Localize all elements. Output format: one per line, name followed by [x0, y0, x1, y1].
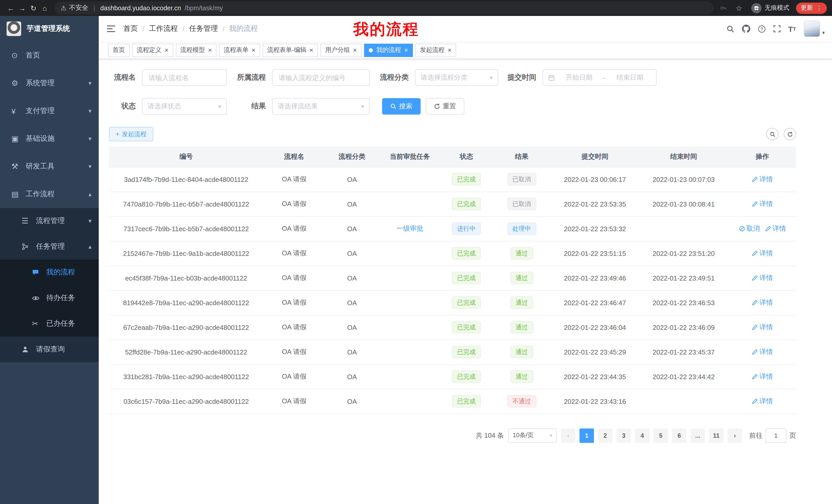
address-bar[interactable]: ⚠ 不安全 | dashboard.yudao.iocoder.cn /bpm/… — [54, 2, 714, 15]
cancel-button[interactable]: 取消 — [739, 224, 760, 233]
help-icon[interactable]: ? — [758, 25, 765, 33]
sidebar-item-3[interactable]: ▣基础设施▾ — [0, 125, 99, 152]
fullscreen-icon[interactable] — [773, 25, 780, 32]
sidebar-item-0[interactable]: ⊙首页 — [0, 41, 99, 69]
page-button-1[interactable]: 1 — [579, 428, 594, 443]
page-button-4[interactable]: 4 — [635, 428, 649, 443]
svg-text:?: ? — [760, 26, 763, 31]
goto-page-input[interactable] — [766, 428, 786, 443]
reset-button[interactable]: 重置 — [426, 98, 464, 115]
tab-7[interactable]: 发起流程× — [415, 44, 456, 57]
result-select[interactable]: 请选择流结果 ▾ — [272, 98, 370, 115]
font-size-icon[interactable]: TT — [788, 24, 796, 33]
user-menu[interactable]: ▾ — [804, 21, 825, 37]
table-search-toggle-button[interactable] — [766, 128, 779, 140]
close-icon[interactable]: × — [164, 47, 168, 53]
category-select[interactable]: 请选择流程分类 ▾ — [415, 69, 498, 86]
tab-label: 发起流程 — [420, 46, 445, 54]
page-button-2[interactable]: 2 — [598, 428, 613, 443]
avatar[interactable] — [804, 21, 820, 37]
sidebar-item-8[interactable]: 我的流程 — [0, 259, 99, 285]
more-menu-icon[interactable]: ⋮ — [816, 4, 822, 11]
result-badge: 已取消 — [507, 173, 536, 186]
key-icon[interactable] — [720, 5, 727, 11]
cell-submit-time: 2022-01-22 23:53:32 — [551, 216, 639, 241]
process-name-input[interactable] — [142, 69, 227, 86]
pagination-total: 共 104 条 — [476, 431, 504, 440]
sidebar-item-label: 支付管理 — [26, 106, 88, 116]
breadcrumb-item-0[interactable]: 首页 — [123, 24, 138, 33]
detail-button[interactable]: 详情 — [765, 224, 786, 233]
submit-time-range-picker[interactable]: 开始日期 - 结束日期 — [543, 69, 657, 86]
cell-process-name: OA 请假 — [263, 216, 325, 241]
create-process-button[interactable]: + 发起流程 — [109, 127, 153, 141]
tab-6[interactable]: 我的流程× — [364, 44, 413, 57]
github-icon[interactable] — [742, 25, 750, 33]
breadcrumb-item-2[interactable]: 任务管理 — [189, 24, 218, 33]
sidebar-item-7[interactable]: 任务管理▴ — [0, 234, 99, 259]
update-button[interactable]: 更新 ⋮ — [796, 2, 827, 13]
search-icon[interactable] — [726, 25, 734, 33]
tab-2[interactable]: 流程模型× — [176, 44, 216, 57]
close-icon[interactable]: × — [448, 47, 451, 53]
page-button-3[interactable]: 3 — [617, 428, 631, 443]
security-warning[interactable]: ⚠ 不安全 — [61, 4, 88, 12]
hamburger-icon[interactable] — [99, 25, 123, 33]
sidebar-item-label: 工作流程 — [26, 190, 88, 199]
prev-page-button[interactable]: ‹ — [561, 428, 575, 443]
tab-5[interactable]: 用户分组× — [321, 44, 362, 57]
close-icon[interactable]: × — [208, 47, 212, 53]
sidebar-item-11[interactable]: 请假查询 — [0, 337, 99, 362]
page-size-select[interactable]: 10条/页 ▾ — [508, 428, 557, 443]
detail-button[interactable]: 详情 — [752, 199, 773, 208]
detail-button[interactable]: 详情 — [752, 347, 773, 357]
home-icon[interactable]: ⌂ — [39, 4, 50, 12]
tab-4[interactable]: 流程表单-编辑× — [263, 44, 318, 57]
cell-submit-time: 2022-01-22 23:43:16 — [551, 389, 639, 414]
close-icon[interactable]: × — [310, 47, 313, 53]
status-badge: 已完成 — [452, 395, 481, 408]
cell-actions: 详情 — [729, 315, 796, 340]
page-ellipsis-button[interactable]: ... — [691, 428, 705, 443]
tab-0[interactable]: 首页 — [108, 44, 130, 57]
cell-id: 331bc281-7b9a-11ec-a290-acde48001122 — [109, 364, 263, 389]
app-logo[interactable]: 芋道管理系统 — [0, 16, 99, 41]
page-button-6[interactable]: 6 — [672, 428, 686, 443]
back-icon[interactable]: ← — [5, 4, 17, 12]
sidebar-item-5[interactable]: ▤工作流程▴ — [0, 180, 99, 208]
sidebar-item-9[interactable]: 待办任务 — [0, 285, 99, 311]
detail-button[interactable]: 详情 — [752, 397, 773, 406]
forward-icon[interactable]: → — [17, 4, 28, 12]
breadcrumb-item-1[interactable]: 工作流程 — [149, 24, 178, 33]
detail-button[interactable]: 详情 — [752, 323, 773, 332]
detail-button[interactable]: 详情 — [752, 298, 773, 307]
tab-1[interactable]: 流程定义× — [132, 44, 173, 57]
page-button-11[interactable]: 11 — [709, 428, 724, 443]
current-task-link[interactable]: 一级审批 — [396, 224, 423, 233]
sidebar-item-1[interactable]: ⚙系统管理▾ — [0, 69, 99, 97]
table-refresh-button[interactable] — [784, 128, 796, 140]
status-select[interactable]: 请选择状态 ▾ — [142, 98, 227, 115]
reload-icon[interactable]: ↻ — [28, 4, 39, 12]
column-header-5: 结果 — [492, 146, 551, 167]
close-icon[interactable]: × — [252, 47, 255, 53]
detail-button[interactable]: 详情 — [752, 372, 773, 381]
goto-page: 前往 页 — [749, 428, 796, 443]
bookmark-star-icon[interactable]: ☆ — [733, 4, 745, 12]
sidebar-item-4[interactable]: ⚒研发工具▾ — [0, 152, 99, 180]
sidebar-item-10[interactable]: ✂已办任务 — [0, 311, 99, 337]
sidebar-item-6[interactable]: ☰流程管理▾ — [0, 208, 99, 234]
page-button-5[interactable]: 5 — [654, 428, 668, 443]
process-definition-input[interactable] — [272, 69, 370, 86]
tab-3[interactable]: 流程表单× — [219, 44, 260, 57]
close-icon[interactable]: × — [353, 47, 357, 53]
cell-end-time — [639, 216, 729, 241]
detail-button[interactable]: 详情 — [752, 249, 773, 258]
detail-button[interactable]: 详情 — [752, 273, 773, 283]
close-icon[interactable]: × — [404, 47, 408, 53]
next-page-button[interactable]: › — [728, 428, 742, 443]
detail-button[interactable]: 详情 — [752, 175, 773, 184]
search-button[interactable]: 搜索 — [382, 98, 421, 115]
cell-id: 2152467e-7b9b-11ec-9a1b-acde48001122 — [109, 241, 263, 265]
sidebar-item-2[interactable]: ¥支付管理▾ — [0, 97, 99, 125]
